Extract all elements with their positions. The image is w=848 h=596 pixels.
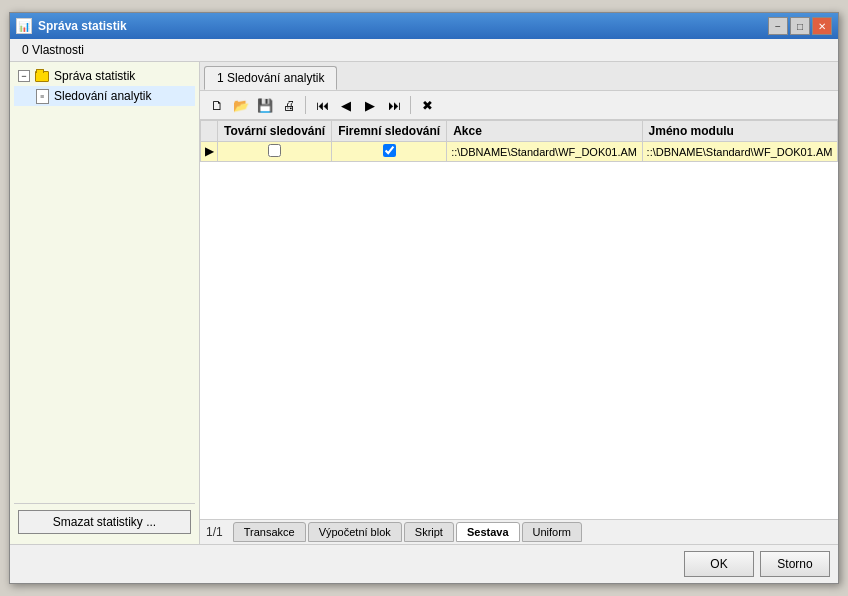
ok-button[interactable]: OK [684,551,754,577]
page-info: 1/1 [206,525,223,539]
title-buttons: − □ ✕ [768,17,832,35]
tab-sestava[interactable]: Sestava [456,522,520,542]
tree-label-sledovani: Sledování analytik [54,89,151,103]
toolbar-last-button[interactable]: ⏭ [383,94,405,116]
col-tovarni: Tovární sledování [218,121,332,142]
row-indicator-cell: ▶ [201,142,218,162]
tovarni-checkbox[interactable] [268,144,281,157]
toolbar-next-button[interactable]: ▶ [359,94,381,116]
root-folder-icon [34,68,50,84]
close-button[interactable]: ✕ [812,17,832,35]
toolbar-save-button[interactable]: 💾 [254,94,276,116]
toolbar-delete-button[interactable]: ✖ [416,94,438,116]
tab-skript[interactable]: Skript [404,522,454,542]
btn-panel: Smazat statistiky ... [14,503,195,540]
toolbar-prev-button[interactable]: ◀ [335,94,357,116]
toolbar-separator-1 [305,96,306,114]
smazat-button[interactable]: Smazat statistiky ... [18,510,191,534]
bottom-tabs: 1/1 Transakce Výpočetní blok Skript Sest… [200,519,838,544]
window-icon: 📊 [16,18,32,34]
col-akce: Akce [447,121,642,142]
firemni-checkbox[interactable] [383,144,396,157]
minimize-button[interactable]: − [768,17,788,35]
akce-cell: ::\DBNAME\Standard\WF_DOK01.AM [447,142,642,162]
menu-vlastnosti[interactable]: 0 Vlastnosti [18,41,88,59]
main-window: 📊 Správa statistik − □ ✕ 0 Vlastnosti − … [9,12,839,584]
storno-button[interactable]: Storno [760,551,830,577]
content-area: − Správa statistik Sledování analytik Sm… [10,62,838,544]
tree-container: − Správa statistik Sledování analytik [14,66,195,503]
firemni-cell[interactable] [332,142,447,162]
col-firemni: Firemní sledování [332,121,447,142]
toolbar: 🗋 📂 💾 🖨 ⏮ ◀ ▶ ⏭ ✖ [200,91,838,120]
tree-item-sledovani[interactable]: Sledování analytik [14,86,195,106]
col-indicator [201,121,218,142]
toolbar-first-button[interactable]: ⏮ [311,94,333,116]
tab-vypocetni[interactable]: Výpočetní blok [308,522,402,542]
tree-item-root[interactable]: − Správa statistik [14,66,195,86]
menu-bar: 0 Vlastnosti [10,39,838,62]
title-bar: 📊 Správa statistik − □ ✕ [10,13,838,39]
tree-label-root: Správa statistik [54,69,135,83]
tab-transakce[interactable]: Transakce [233,522,306,542]
toolbar-separator-2 [410,96,411,114]
toolbar-print-button[interactable]: 🖨 [278,94,300,116]
tab-uniform[interactable]: Uniform [522,522,583,542]
tovarni-cell[interactable] [218,142,332,162]
title-bar-left: 📊 Správa statistik [16,18,127,34]
window-title: Správa statistik [38,19,127,33]
action-bar: OK Storno [10,544,838,583]
toolbar-open-button[interactable]: 📂 [230,94,252,116]
table-row[interactable]: ▶ ::\DBNAME\Standard\WF_DOK01.AM ::\DBNA… [201,142,838,162]
child-doc-icon [34,88,50,104]
jmeno-cell: ::\DBNAME\Standard\WF_DOK01.AM [642,142,837,162]
table-area: Tovární sledování Firemní sledování Akce… [200,120,838,519]
tabs-header: 1 Sledování analytik [200,62,838,91]
data-table: Tovární sledování Firemní sledování Akce… [200,120,838,162]
maximize-button[interactable]: □ [790,17,810,35]
right-panel: 1 Sledování analytik 🗋 📂 💾 🖨 ⏮ ◀ ▶ ⏭ ✖ [200,62,838,544]
toolbar-new-button[interactable]: 🗋 [206,94,228,116]
col-jmeno: Jméno modulu [642,121,837,142]
tab-sledovani[interactable]: 1 Sledování analytik [204,66,337,90]
tree-expand-root[interactable]: − [18,70,30,82]
left-panel: − Správa statistik Sledování analytik Sm… [10,62,200,544]
